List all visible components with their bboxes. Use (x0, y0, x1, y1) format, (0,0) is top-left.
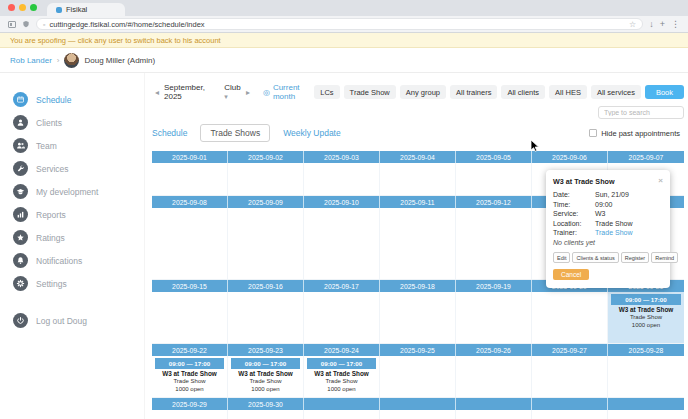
filter-all-services-button[interactable]: All services (591, 85, 641, 99)
new-tab-icon[interactable]: + (660, 20, 665, 29)
day-cell[interactable]: 09:00 — 17:00 W3 at Trade Show Trade Sho… (152, 356, 228, 398)
day-cell[interactable] (456, 356, 532, 398)
url-bar[interactable]: ▫ cuttingedge.fisikal.com/#/home/schedul… (36, 18, 643, 30)
day-cell[interactable] (608, 356, 684, 398)
day-header: 2025-09-11 (380, 196, 456, 208)
popup-field: Trainer: Trade Show (553, 229, 663, 236)
sidebar-item-schedule[interactable]: Schedule (0, 89, 144, 110)
day-cell[interactable] (228, 208, 304, 280)
hide-past-checkbox[interactable] (589, 129, 597, 137)
event-location: Trade Show (611, 314, 681, 322)
day-cell[interactable] (304, 208, 380, 280)
calendar-event[interactable]: 09:00 — 17:00 W3 at Trade Show Trade Sho… (155, 358, 224, 394)
day-cell[interactable] (152, 163, 228, 196)
day-cell[interactable] (456, 208, 532, 280)
close-window-button[interactable] (8, 4, 15, 11)
day-cell[interactable]: 09:00 — 17:00 W3 at Trade Show Trade Sho… (304, 356, 380, 398)
current-month-link[interactable]: ◎ Current month (263, 83, 314, 101)
minimize-window-button[interactable] (19, 4, 26, 11)
day-cell[interactable]: 09:00 — 17:00 W3 at Trade Show Trade Sho… (228, 356, 304, 398)
sidebar-item-team[interactable]: Team (0, 135, 144, 156)
sidebar-item-notifications[interactable]: Notifications (0, 250, 144, 271)
user-bar: Rob Lander › Doug Miller (Admin) (0, 48, 688, 73)
window-controls[interactable] (8, 0, 37, 16)
sidebar-item-my-development[interactable]: My development (0, 181, 144, 202)
sidebar-item-label: Log out Doug (36, 316, 87, 326)
event-time: 09:00 — 17:00 (231, 358, 300, 369)
sidebar-toggle-icon[interactable] (8, 21, 16, 28)
day-cell[interactable] (304, 292, 380, 344)
sidebar-item-reports[interactable]: Reports (0, 204, 144, 225)
register-button[interactable]: Register (621, 252, 649, 263)
download-icon[interactable]: ↓ (649, 20, 654, 29)
day-cell[interactable] (152, 208, 228, 280)
bookmark-star-icon[interactable]: ☆ (629, 20, 636, 29)
sidebar-item-services[interactable]: Services (0, 158, 144, 179)
day-header: 2025-09-16 (228, 280, 304, 292)
remind-button[interactable]: Remind (651, 252, 678, 263)
tab-trade-shows[interactable]: Trade Shows (200, 124, 270, 142)
filter-all-clients-button[interactable]: All clients (501, 85, 545, 99)
day-cell[interactable] (228, 292, 304, 344)
event-location: Trade Show (307, 378, 376, 386)
day-cell[interactable] (228, 410, 304, 419)
day-cell[interactable] (456, 292, 532, 344)
day-header: 2025-09-24 (304, 344, 380, 356)
close-icon[interactable]: × (658, 177, 663, 185)
calendar-event[interactable]: 09:00 — 17:00 W3 at Trade Show Trade Sho… (611, 294, 681, 330)
prev-month-arrow-icon[interactable]: ◂ (152, 88, 162, 97)
popup-actions: Edit Clients & status Register Remind (553, 252, 663, 263)
avatar[interactable] (64, 53, 79, 68)
filter-all-trainers-button[interactable]: All trainers (450, 85, 497, 99)
day-cell[interactable] (380, 356, 456, 398)
day-cell[interactable] (456, 410, 532, 419)
browser-tab[interactable]: Fisikal (47, 3, 125, 16)
filter-lcs-button[interactable]: LCs (314, 85, 339, 99)
trainer-link[interactable]: Trade Show (595, 229, 632, 236)
sidebar-item-clients[interactable]: Clients (0, 112, 144, 133)
clients-status-button[interactable]: Clients & status (572, 252, 618, 263)
club-dropdown[interactable]: Club ▾ (224, 83, 243, 101)
book-button[interactable]: Book (645, 85, 684, 99)
sidebar-item-logout[interactable]: Log out Doug (0, 310, 144, 331)
day-cell[interactable] (152, 410, 228, 419)
day-cell[interactable] (228, 163, 304, 196)
edit-button[interactable]: Edit (553, 252, 570, 263)
day-cell[interactable] (380, 292, 456, 344)
tab-schedule[interactable]: Schedule (152, 128, 187, 138)
week-body (152, 410, 684, 419)
day-cell[interactable] (532, 292, 608, 344)
day-cell[interactable] (304, 410, 380, 419)
day-cell-selected[interactable]: 09:00 — 17:00 W3 at Trade Show Trade Sho… (608, 292, 684, 344)
day-cell[interactable] (304, 163, 380, 196)
day-cell[interactable] (152, 292, 228, 344)
tab-overview-icon[interactable]: ⋮ (671, 20, 680, 29)
day-cell[interactable] (380, 163, 456, 196)
calendar-event[interactable]: 09:00 — 17:00 W3 at Trade Show Trade Sho… (231, 358, 300, 394)
week-header: 2025-09-22 2025-09-23 2025-09-24 2025-09… (152, 344, 684, 356)
day-cell[interactable] (380, 410, 456, 419)
day-cell[interactable] (456, 163, 532, 196)
tab-weekly-update[interactable]: Weekly Update (283, 128, 340, 138)
sidebar-item-settings[interactable]: Settings (0, 273, 144, 294)
previous-user-link[interactable]: Rob Lander (10, 56, 52, 65)
filter-trade-show-button[interactable]: Trade Show (344, 85, 396, 99)
sidebar-item-ratings[interactable]: Ratings (0, 227, 144, 248)
cancel-button[interactable]: Cancel (553, 269, 589, 280)
sidebar: Schedule Clients Team Services My develo… (0, 73, 145, 419)
day-cell[interactable] (532, 410, 608, 419)
filter-any-group-button[interactable]: Any group (400, 85, 446, 99)
event-title: W3 at Trade Show (611, 306, 681, 314)
day-cell[interactable] (532, 356, 608, 398)
search-input[interactable] (598, 106, 684, 119)
day-cell[interactable] (608, 410, 684, 419)
shield-icon[interactable] (22, 20, 30, 28)
next-month-arrow-icon[interactable]: ▸ (243, 88, 253, 97)
day-cell[interactable] (380, 208, 456, 280)
filter-all-hes-button[interactable]: All HES (549, 85, 587, 99)
zoom-window-button[interactable] (30, 4, 37, 11)
schedule-controls: ◂ September, 2025 Club ▾ ▸ ◎ Current mon… (152, 83, 684, 101)
field-value: W3 (595, 210, 606, 217)
person-icon (13, 115, 28, 130)
calendar-event[interactable]: 09:00 — 17:00 W3 at Trade Show Trade Sho… (307, 358, 376, 394)
